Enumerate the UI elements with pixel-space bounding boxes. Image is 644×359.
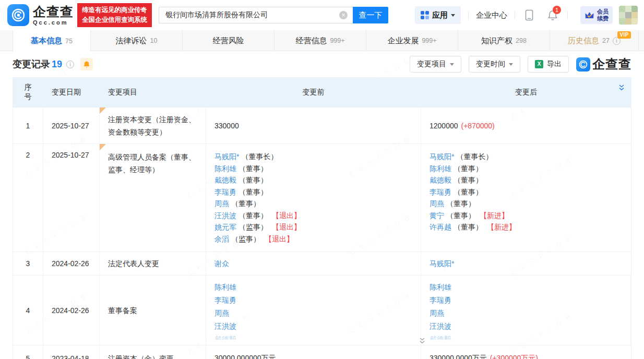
table-header-row: 序号变更日期变更项目变更前变更后 — [13, 78, 631, 107]
person-link[interactable]: 姚元军 — [214, 223, 236, 231]
filter-change-time-dropdown[interactable]: 变更时间 — [469, 56, 520, 73]
change-date: 2025-10-27 — [43, 107, 100, 143]
notification-bell-icon[interactable]: 1 — [547, 9, 558, 21]
divider — [567, 11, 568, 19]
person-line: 许再越（董事）【新进】 — [430, 221, 516, 233]
divider — [468, 11, 469, 19]
person-change-tag: 【退出】 — [272, 223, 301, 231]
person-link[interactable]: 李瑞勇 — [214, 188, 236, 196]
column-header: 变更前 — [206, 78, 421, 107]
person-link[interactable]: 黄宁 — [430, 211, 444, 220]
tab-label: 法律诉讼 — [116, 36, 147, 46]
person-link[interactable]: 李瑞勇 — [430, 188, 451, 196]
person-link[interactable]: 汪洪波 — [430, 322, 451, 330]
tab-label: 企业发展 — [387, 36, 419, 46]
apps-grid-icon — [421, 11, 429, 19]
tab-法律诉讼[interactable]: 法律诉讼10 — [91, 30, 183, 51]
apps-button[interactable]: 应用 — [415, 6, 461, 24]
caret-down-icon — [450, 63, 454, 66]
caret-down-icon — [451, 14, 455, 17]
member-renew-button[interactable]: 会员 续费 — [580, 6, 613, 24]
person-link[interactable]: 马贱阳* — [430, 259, 454, 268]
table-row: 42024-02-26董事备案陈利雄李瑞勇周燕汪洪波戴德毅陈利雄李瑞勇周燕汪洪波… — [13, 276, 631, 345]
person-line: 周燕 — [214, 307, 236, 320]
person-link[interactable]: 周燕 — [214, 199, 229, 208]
person-link[interactable]: 陈利雄 — [214, 283, 236, 291]
change-before-cell: 马贱阳*（董事长）陈利雄（董事）戴德毅（董事）李瑞勇（董事）周燕（董事）汪洪波（… — [206, 144, 421, 252]
person-link[interactable]: 陈利雄 — [430, 164, 451, 173]
brand-name: 企查查 — [33, 5, 74, 18]
tab-bar: 基本信息75法律诉讼10经营风险经营信息999+企业发展999+知识产权298历… — [0, 30, 644, 51]
person-change-tag: 【新进】 — [480, 211, 509, 220]
value-delta: (+870000) — [461, 122, 495, 130]
person-link[interactable]: 李瑞勇 — [430, 296, 451, 304]
person-link[interactable]: 许再越 — [430, 223, 451, 231]
tab-label: 经营信息 — [295, 36, 327, 46]
change-item-text: 注册资本（金）变更 — [108, 352, 174, 359]
person-line: 马贱阳*（董事长） — [430, 151, 516, 163]
tab-label: 经营风险 — [213, 36, 244, 46]
mobile-app-icon[interactable] — [524, 9, 534, 21]
user-avatar[interactable] — [619, 6, 638, 25]
qcc-logo-icon — [576, 57, 590, 71]
column-header: 变更项目 — [100, 78, 206, 107]
person-link[interactable]: 马贱阳* — [214, 152, 239, 161]
change-date: 2025-10-27 — [43, 144, 100, 252]
info-icon[interactable]: i — [66, 61, 74, 68]
tab-经营风险[interactable]: 经营风险 — [183, 30, 275, 51]
person-link[interactable]: 周燕 — [430, 309, 444, 317]
tab-count: 75 — [65, 38, 73, 45]
person-change-tag: 【退出】 — [272, 211, 301, 220]
filter-change-item-dropdown[interactable]: 变更项目 — [410, 56, 461, 73]
person-link[interactable]: 戴德毅 — [214, 176, 236, 184]
change-item: 法定代表人变更 — [100, 252, 206, 275]
member-renew-label: 会员 续费 — [597, 8, 609, 22]
person-line: 马贱阳*（董事长） — [214, 151, 301, 163]
person-line: 周燕（董事） — [430, 198, 516, 210]
person-link[interactable]: 戴德毅 — [430, 335, 451, 340]
expand-all-rows-icon[interactable] — [618, 84, 625, 91]
person-link[interactable]: 陈利雄 — [430, 283, 451, 291]
change-item: 董事备案 — [100, 276, 206, 345]
qcc-logo-icon[interactable] — [7, 4, 29, 26]
monitor-bell-icon[interactable] — [80, 58, 93, 70]
person-list: 谢众 — [214, 258, 229, 270]
person-link[interactable]: 戴德毅 — [214, 335, 236, 340]
search-button[interactable]: 查一下 — [353, 7, 388, 23]
person-line: 陈利雄 — [214, 281, 236, 294]
person-link[interactable]: 戴德毅 — [430, 176, 451, 184]
expand-row-icon[interactable] — [418, 337, 427, 345]
person-line: 汪洪波 — [430, 320, 451, 333]
brand-slogan: 缔造有远见的商业传奇 全国企业信用查询系统 — [77, 3, 152, 28]
change-item-text: 注册资本变更（注册资金、资金数额等变更） — [108, 113, 197, 138]
change-item: 注册资本变更（注册资金、资金数额等变更） — [100, 107, 206, 143]
clear-search-icon[interactable]: × — [339, 11, 348, 19]
brand-block[interactable]: 企查查 Qcc.com — [33, 5, 74, 26]
person-role: （监事） — [231, 235, 260, 243]
person-link[interactable]: 李瑞勇 — [214, 296, 236, 304]
search-input[interactable] — [159, 7, 353, 23]
tab-企业发展[interactable]: 企业发展999+ — [366, 30, 458, 51]
person-list: 陈利雄李瑞勇周燕汪洪波戴德毅 — [214, 281, 236, 340]
tab-知识产权[interactable]: 知识产权298 — [458, 30, 550, 51]
person-role: （董事） — [238, 188, 268, 196]
person-link[interactable]: 马贱阳* — [430, 152, 454, 161]
fade-overlay — [206, 337, 421, 345]
person-link[interactable]: 陈利雄 — [214, 164, 236, 173]
person-link[interactable]: 汪洪波 — [214, 211, 236, 220]
person-link[interactable]: 谢众 — [214, 259, 229, 268]
enterprise-center-link[interactable]: 企业中心 — [476, 10, 507, 20]
person-line: 汪洪波（董事）【退出】 — [214, 210, 301, 222]
tab-历史信息[interactable]: 历史信息27VIPi — [550, 30, 639, 51]
person-link[interactable]: 周燕 — [214, 309, 229, 317]
row-number: 5 — [13, 345, 43, 359]
tab-基本信息[interactable]: 基本信息75 — [13, 30, 91, 52]
person-link[interactable]: 汪洪波 — [214, 322, 236, 330]
tab-经营信息[interactable]: 经营信息999+ — [275, 30, 366, 51]
person-link[interactable]: 余滔 — [214, 235, 229, 243]
person-role: （董事长） — [456, 152, 493, 161]
column-header: 序号 — [13, 78, 43, 107]
export-button[interactable]: X 导出 — [528, 56, 569, 73]
person-link[interactable]: 周燕 — [430, 199, 444, 208]
person-role: （董事） — [454, 164, 483, 173]
